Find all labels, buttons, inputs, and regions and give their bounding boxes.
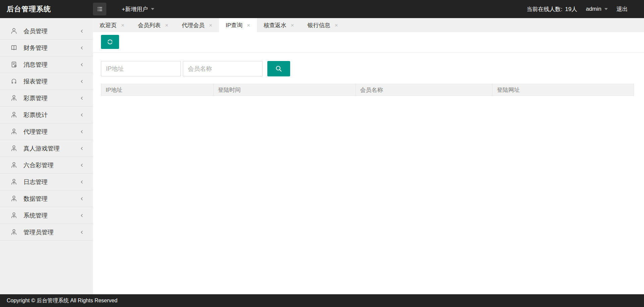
sidebar-item-label: 系统管理 [23, 211, 79, 220]
caret-down-icon [151, 8, 154, 10]
tab-agent-members[interactable]: 代理会员 × [175, 18, 219, 32]
main-area: 欢迎页 × 会员列表 × 代理会员 × IP查询 × 核查返水 × 银行信息 × [93, 18, 644, 294]
hamburger-icon [96, 5, 103, 13]
column-header-login-url: 登陆网址 [492, 84, 634, 96]
add-user-dropdown[interactable]: +新增用户 [122, 5, 154, 13]
tab-label: 代理会员 [182, 21, 205, 29]
username: admin [586, 6, 601, 12]
sidebar-item-system[interactable]: 系统管理 [0, 207, 93, 224]
user-menu[interactable]: admin [586, 6, 608, 12]
tab-rebate-check[interactable]: 核查返水 × [257, 18, 301, 32]
user-tie-icon [10, 128, 18, 135]
sidebar-item-label: 彩票管理 [23, 94, 79, 102]
tab-label: 欢迎页 [100, 21, 117, 29]
user-tie-icon [10, 144, 18, 152]
column-header-login-time: 登陆时间 [214, 84, 356, 96]
chevron-left-icon [79, 29, 84, 34]
user-icon [10, 27, 18, 35]
tab-bar: 欢迎页 × 会员列表 × 代理会员 × IP查询 × 核查返水 × 银行信息 × [93, 18, 644, 32]
user-tie-icon [10, 228, 18, 236]
search-button[interactable] [267, 61, 290, 76]
topbar-right: 当前在线人数: 19人 admin 退出 [527, 5, 644, 13]
column-header-member-name: 会员名称 [356, 84, 493, 96]
sidebar-item-data[interactable]: 数据管理 [0, 190, 93, 207]
sidebar-item-label: 代理管理 [23, 128, 79, 136]
sidebar-item-label: 管理员管理 [23, 228, 79, 236]
chevron-left-icon [79, 62, 84, 67]
sidebar-toggle-button[interactable] [93, 3, 106, 15]
search-icon [274, 64, 283, 73]
chevron-left-icon [79, 46, 84, 50]
results-table: IP地址 登陆时间 会员名称 登陆网址 [101, 84, 634, 96]
tab-label: 银行信息 [308, 21, 330, 29]
chevron-left-icon [79, 196, 84, 201]
user-tie-icon [10, 161, 18, 169]
sidebar: 会员管理 财务管理 消息管理 报表管理 彩票管理 彩票统计 [0, 18, 93, 294]
sidebar-item-label: 六合彩管理 [23, 161, 79, 169]
sidebar-item-label: 真人游戏管理 [23, 144, 79, 152]
sidebar-item-mark-six[interactable]: 六合彩管理 [0, 157, 93, 174]
tab-label: 核查返水 [264, 21, 286, 29]
user-tie-icon [10, 178, 18, 186]
middle-area: 会员管理 财务管理 消息管理 报表管理 彩票管理 彩票统计 [0, 18, 644, 294]
sidebar-item-label: 数据管理 [23, 195, 79, 203]
close-icon[interactable]: × [247, 22, 250, 28]
sidebar-item-logs[interactable]: 日志管理 [0, 174, 93, 190]
sidebar-item-reports[interactable]: 报表管理 [0, 73, 93, 90]
close-icon[interactable]: × [165, 22, 168, 28]
caret-down-icon [604, 8, 608, 10]
user-tie-icon [10, 111, 18, 119]
sidebar-item-label: 消息管理 [23, 61, 79, 69]
sidebar-item-live-games[interactable]: 真人游戏管理 [0, 140, 93, 157]
chevron-left-icon [79, 113, 84, 117]
logout-button[interactable]: 退出 [616, 5, 628, 13]
topbar: 后台管理系统 +新增用户 当前在线人数: 19人 admin 退出 [0, 0, 644, 18]
tab-welcome[interactable]: 欢迎页 × [93, 18, 131, 32]
chevron-left-icon [79, 146, 84, 151]
app-title: 后台管理系统 [0, 4, 93, 14]
sidebar-item-label: 报表管理 [23, 77, 79, 85]
sidebar-item-label: 日志管理 [23, 178, 79, 186]
search-row [101, 61, 644, 76]
user-tie-icon [10, 94, 18, 102]
chevron-left-icon [79, 79, 84, 84]
sidebar-item-label: 会员管理 [23, 27, 79, 35]
user-tie-icon [10, 211, 18, 219]
sidebar-item-admins[interactable]: 管理员管理 [0, 224, 93, 241]
tab-ip-query[interactable]: IP查询 × [219, 18, 257, 32]
tab-label: IP查询 [226, 21, 243, 29]
chevron-left-icon [79, 96, 84, 101]
close-icon[interactable]: × [291, 22, 294, 28]
sidebar-item-label: 彩票统计 [23, 111, 79, 119]
ip-address-input[interactable] [101, 61, 181, 76]
sidebar-item-agents[interactable]: 代理管理 [0, 123, 93, 140]
sidebar-item-lottery-stats[interactable]: 彩票统计 [0, 107, 93, 123]
share-network-icon [10, 77, 18, 85]
sidebar-item-members[interactable]: 会员管理 [0, 23, 93, 40]
close-icon[interactable]: × [209, 22, 212, 28]
chevron-left-icon [79, 129, 84, 134]
user-tie-icon [10, 195, 18, 202]
book-icon [10, 44, 18, 52]
tab-label: 会员列表 [138, 21, 161, 29]
copyright-text: Copyright © 后台管理系统 All Rights Reserved [7, 297, 117, 304]
chevron-left-icon [79, 180, 84, 184]
sidebar-item-lottery[interactable]: 彩票管理 [0, 90, 93, 107]
refresh-icon [106, 38, 114, 46]
footer: Copyright © 后台管理系统 All Rights Reserved [0, 294, 644, 307]
tab-bank-info[interactable]: 银行信息 × [301, 18, 345, 32]
close-icon[interactable]: × [121, 22, 124, 28]
refresh-button[interactable] [101, 35, 119, 49]
online-count: 当前在线人数: 19人 [527, 5, 577, 13]
online-value: 19人 [565, 5, 577, 13]
sidebar-item-label: 财务管理 [23, 44, 79, 52]
close-icon[interactable]: × [335, 22, 338, 28]
sidebar-item-messages[interactable]: 消息管理 [0, 56, 93, 73]
toolbar [93, 32, 644, 53]
member-name-input[interactable] [183, 61, 263, 76]
online-label: 当前在线人数: [527, 5, 562, 13]
sidebar-item-finance[interactable]: 财务管理 [0, 40, 93, 56]
tab-member-list[interactable]: 会员列表 × [131, 18, 175, 32]
chevron-left-icon [79, 213, 84, 218]
chevron-left-icon [79, 230, 84, 235]
